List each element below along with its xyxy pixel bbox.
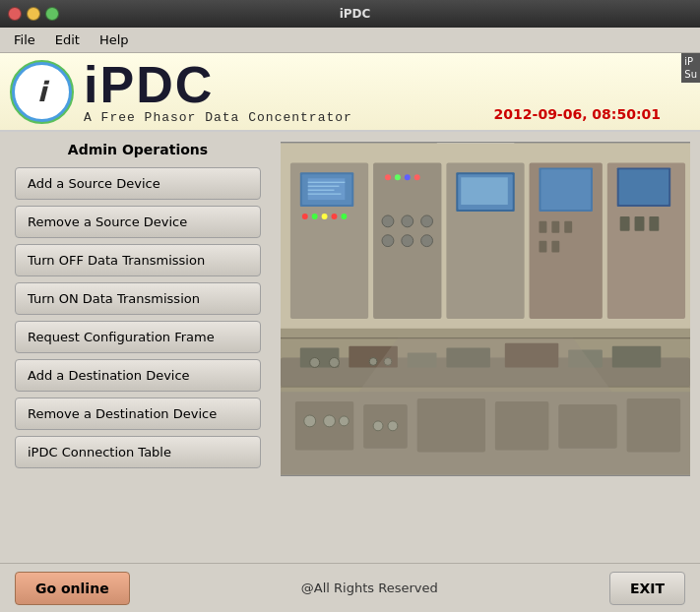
svg-rect-39 [539, 221, 546, 233]
svg-rect-45 [635, 216, 645, 231]
svg-rect-21 [541, 169, 591, 210]
app-title: iPDC [84, 59, 352, 110]
bottom-bar: Go online @All Rights Reserved EXIT [0, 563, 700, 612]
svg-rect-44 [620, 216, 630, 231]
svg-rect-42 [539, 241, 546, 253]
svg-rect-55 [612, 346, 662, 368]
admin-ops-title: Admin Operations [15, 142, 261, 157]
svg-marker-74 [358, 338, 612, 392]
menu-file[interactable]: File [4, 30, 45, 50]
svg-point-24 [302, 214, 308, 219]
svg-rect-62 [363, 404, 408, 449]
svg-point-36 [382, 235, 394, 247]
add-destination-device-button[interactable]: Add a Destination Device [15, 359, 261, 392]
minimize-button[interactable] [27, 7, 40, 21]
svg-point-28 [341, 214, 347, 219]
svg-point-68 [324, 415, 336, 427]
go-online-button[interactable]: Go online [15, 572, 130, 605]
svg-point-29 [385, 174, 391, 180]
svg-point-35 [421, 215, 433, 227]
svg-rect-19 [461, 177, 508, 205]
svg-point-56 [310, 358, 320, 368]
menu-bar: File Edit Help [0, 28, 700, 53]
menu-edit[interactable]: Edit [45, 30, 90, 50]
control-room-svg [281, 142, 690, 476]
window-title: iPDC [67, 7, 643, 21]
logo-letter: i [37, 76, 47, 108]
request-config-frame-button[interactable]: Request Configuration Frame [15, 321, 261, 353]
control-room-image [281, 142, 690, 476]
copyright-text: @All Rights Reserved [130, 581, 609, 595]
window-controls [8, 7, 59, 21]
left-panel: Admin Operations Add a Source Device Rem… [0, 132, 276, 563]
logo-text: iPDC A Free Phasor Data Concentrator [84, 59, 352, 125]
svg-rect-63 [417, 398, 485, 452]
svg-point-31 [405, 174, 411, 180]
svg-rect-23 [619, 169, 669, 205]
svg-point-71 [388, 421, 398, 431]
svg-point-57 [330, 358, 340, 368]
svg-point-27 [332, 214, 338, 219]
svg-rect-46 [649, 216, 659, 231]
maximize-button[interactable] [45, 7, 59, 21]
svg-point-67 [304, 415, 316, 427]
svg-rect-40 [551, 221, 559, 233]
svg-rect-43 [551, 241, 559, 253]
app-subtitle: A Free Phasor Data Concentrator [84, 110, 352, 125]
remove-source-device-button[interactable]: Remove a Source Device [15, 206, 261, 238]
svg-point-38 [421, 235, 433, 247]
svg-point-25 [312, 214, 318, 219]
main-content: Admin Operations Add a Source Device Rem… [0, 132, 700, 563]
right-panel [276, 132, 700, 563]
ipdc-connection-table-button[interactable]: iPDC Connection Table [15, 436, 261, 468]
exit-button[interactable]: EXIT [609, 572, 685, 605]
svg-rect-65 [558, 404, 616, 449]
svg-point-34 [402, 215, 414, 227]
svg-rect-64 [495, 401, 548, 451]
logo: i [10, 60, 74, 124]
svg-point-30 [395, 174, 401, 180]
svg-point-26 [322, 214, 328, 219]
svg-point-33 [382, 215, 394, 227]
svg-point-32 [414, 174, 420, 180]
svg-point-58 [369, 358, 377, 366]
turn-off-transmission-button[interactable]: Turn OFF Data Transmission [15, 244, 261, 276]
svg-point-69 [339, 416, 349, 426]
turn-on-transmission-button[interactable]: Turn ON Data Transmission [15, 282, 261, 315]
remove-destination-device-button[interactable]: Remove a Destination Device [15, 398, 261, 430]
header: i iPDC A Free Phasor Data Concentrator 2… [0, 53, 700, 132]
svg-rect-41 [564, 221, 572, 233]
svg-point-37 [402, 235, 414, 247]
menu-help[interactable]: Help [90, 30, 139, 50]
close-button[interactable] [8, 7, 22, 21]
corner-panel: iPSu [681, 53, 700, 83]
datetime-display: 2012-09-06, 08:50:01 [494, 106, 661, 122]
title-bar: iPDC [0, 0, 700, 28]
svg-rect-12 [308, 178, 346, 200]
add-source-device-button[interactable]: Add a Source Device [15, 167, 261, 200]
svg-rect-66 [627, 398, 680, 452]
svg-point-70 [373, 421, 383, 431]
